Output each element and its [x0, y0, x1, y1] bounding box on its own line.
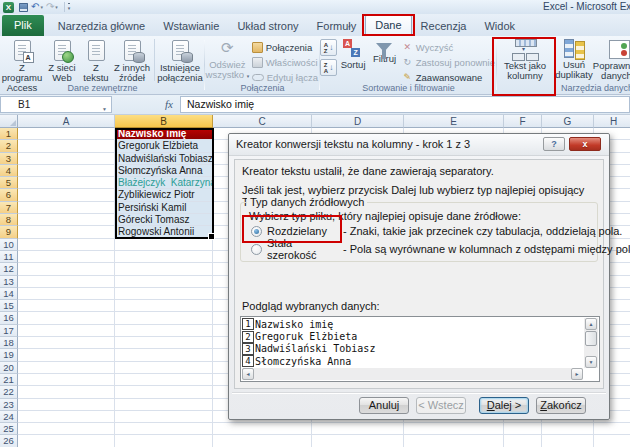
cell-A11[interactable]	[18, 251, 115, 263]
fx-icon[interactable]: fx	[160, 98, 178, 112]
column-header-F[interactable]: F	[504, 115, 542, 128]
cell-B23[interactable]	[115, 399, 213, 411]
dialog-button-anuluj[interactable]: Anuluj	[359, 397, 409, 414]
cell-A8[interactable]	[18, 214, 115, 226]
row-header-10[interactable]: 10	[0, 239, 18, 251]
sort-ascending-button[interactable]: AZ ↓	[320, 39, 337, 56]
cell-B11[interactable]	[115, 251, 213, 263]
preview-vscrollbar[interactable]: ▲ ▼	[584, 318, 598, 368]
radio-rozdzielany-label[interactable]: Rozdzielany	[267, 225, 343, 237]
cell-A23[interactable]	[18, 399, 115, 411]
tab-formuły[interactable]: Formuły	[308, 16, 366, 36]
dialog-button-zakończ[interactable]: Zakończ	[536, 397, 586, 414]
sort-descending-button[interactable]: ZA ↓	[320, 59, 337, 76]
cell-B9[interactable]: Rogowski Antonii	[115, 226, 213, 238]
dialog-button-dalej[interactable]: Dalej >	[479, 397, 529, 414]
cell-B25[interactable]	[115, 423, 213, 435]
cell-A16[interactable]	[18, 312, 115, 324]
column-header-E[interactable]: E	[404, 115, 504, 128]
cell-A3[interactable]	[18, 153, 115, 165]
cell-E25[interactable]	[404, 423, 504, 435]
cell-B6[interactable]: Zyblikiewicz Piotr	[115, 189, 213, 201]
row-header-23[interactable]: 23	[0, 399, 18, 411]
cell-G25[interactable]	[542, 423, 594, 435]
row-header-16[interactable]: 16	[0, 312, 18, 324]
cell-A2[interactable]	[18, 140, 115, 152]
from-text-button[interactable]: Z tekstu	[80, 37, 112, 83]
cell-A20[interactable]	[18, 362, 115, 374]
row-header-13[interactable]: 13	[0, 276, 18, 288]
cell-A15[interactable]	[18, 300, 115, 312]
clear-filter-button[interactable]: ✕ Wyczyść	[400, 40, 497, 54]
cell-G26[interactable]	[542, 435, 594, 447]
column-header-B[interactable]: B	[115, 115, 213, 128]
cell-A24[interactable]	[18, 411, 115, 423]
cell-A14[interactable]	[18, 288, 115, 300]
dialog-button-wstecz[interactable]: < Wstecz	[416, 397, 466, 414]
row-header-22[interactable]: 22	[0, 386, 18, 398]
radio-rozdzielany[interactable]	[251, 226, 262, 237]
from-other-sources-button[interactable]: Z innych źródeł	[112, 37, 152, 83]
cell-A12[interactable]	[18, 263, 115, 275]
tab-wstawianie[interactable]: Wstawianie	[154, 16, 228, 36]
select-all-corner[interactable]	[0, 115, 18, 128]
qat-customize-button[interactable]: ▾	[68, 1, 71, 13]
name-box[interactable]: B1 ▼	[0, 96, 112, 113]
cell-B22[interactable]	[115, 386, 213, 398]
redo-caret-icon[interactable]: ▾	[55, 4, 58, 10]
row-header-24[interactable]: 24	[0, 411, 18, 423]
cell-F26[interactable]	[504, 435, 542, 447]
cell-B10[interactable]	[115, 239, 213, 251]
cell-B26[interactable]	[115, 435, 213, 447]
row-header-12[interactable]: 12	[0, 263, 18, 275]
tab-recenzja[interactable]: Recenzja	[412, 16, 476, 36]
row-header-18[interactable]: 18	[0, 337, 18, 349]
cell-A26[interactable]	[18, 435, 115, 447]
row-header-2[interactable]: 2	[0, 140, 18, 152]
cell-A17[interactable]	[18, 325, 115, 337]
cell-B13[interactable]	[115, 276, 213, 288]
cell-A22[interactable]	[18, 386, 115, 398]
filter-button[interactable]: Filtruj	[369, 37, 400, 64]
cell-B2[interactable]: Gregoruk Elżbieta	[115, 140, 213, 152]
cell-A6[interactable]	[18, 189, 115, 201]
remove-duplicates-button[interactable]: Usuń duplikaty	[553, 37, 595, 80]
cell-B7[interactable]: Persiński Kamil	[115, 202, 213, 214]
cell-B12[interactable]	[115, 263, 213, 275]
connections-button[interactable]: Połączenia	[250, 40, 320, 54]
edit-links-button[interactable]: Edytuj łącza	[250, 70, 320, 84]
close-button[interactable]: x	[569, 137, 601, 151]
data-validation-button[interactable]: Poprawność danych ▾	[595, 37, 630, 82]
row-header-21[interactable]: 21	[0, 374, 18, 386]
text-to-columns-button[interactable]: ▾ Tekst jako kolumny	[497, 37, 553, 81]
tab-narzędzia-główne[interactable]: Narzędzia główne	[49, 16, 154, 36]
row-header-19[interactable]: 19	[0, 349, 18, 361]
row-header-1[interactable]: 1	[0, 128, 18, 140]
undo-caret-icon[interactable]: ▾	[40, 4, 43, 10]
cell-C26[interactable]	[213, 435, 312, 447]
dialog-title-bar[interactable]: Kreator konwersji tekstu na kolumny - kr…	[229, 134, 609, 156]
row-header-3[interactable]: 3	[0, 153, 18, 165]
cell-A4[interactable]	[18, 165, 115, 177]
formula-input[interactable]: Nazwisko imię	[180, 96, 630, 113]
radio-stala-szerokosc-label[interactable]: Stała szerokość	[267, 237, 343, 261]
cell-A25[interactable]	[18, 423, 115, 435]
row-header-15[interactable]: 15	[0, 300, 18, 312]
scroll-up-icon[interactable]: ▲	[585, 318, 597, 330]
column-header-C[interactable]: C	[213, 115, 312, 128]
undo-button[interactable]: ↶▾	[31, 1, 43, 13]
cell-B20[interactable]	[115, 362, 213, 374]
row-header-20[interactable]: 20	[0, 362, 18, 374]
tab-widok[interactable]: Widok	[475, 16, 524, 36]
cell-D26[interactable]	[312, 435, 404, 447]
cell-B17[interactable]	[115, 325, 213, 337]
help-button[interactable]: ?	[543, 137, 565, 151]
cell-B19[interactable]	[115, 349, 213, 361]
cell-C25[interactable]	[213, 423, 312, 435]
cell-D25[interactable]	[312, 423, 404, 435]
scroll-left-icon[interactable]: ◄	[242, 368, 254, 380]
vscroll-thumb[interactable]	[585, 331, 597, 346]
refresh-all-button[interactable]: ⟳ Odśwież wszystko ▾	[205, 37, 250, 81]
row-header-17[interactable]: 17	[0, 325, 18, 337]
row-header-4[interactable]: 4	[0, 165, 18, 177]
